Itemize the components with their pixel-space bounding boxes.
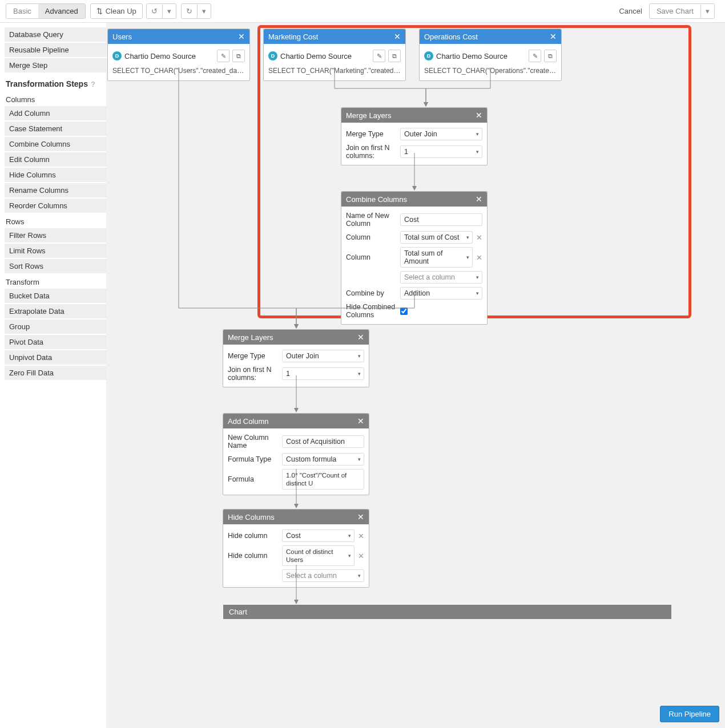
edit-icon[interactable]: ✎ [217,50,229,62]
close-icon[interactable]: ✕ [476,195,482,204]
sidebar-item-edit-column[interactable]: Edit Column [5,152,106,167]
merge-layers-node-2[interactable]: Merge Layers ✕ Merge Type Outer Join▾ Jo… [223,329,369,387]
node-title-label: Operations Cost [424,33,478,41]
sidebar-item-reorder-columns[interactable]: Reorder Columns [5,199,106,213]
sidebar-header-transform: Transformation Steps ? [5,74,106,92]
formula-input[interactable]: 1.0* "Cost"/"Count of distinct U [282,469,364,490]
source-node-marketing[interactable]: Marketing Cost ✕ D Chartio Demo Source ✎… [263,29,406,81]
column-select-1[interactable]: Total sum of Cost▾ [400,231,473,244]
redo-group: ↻ ▾ [181,3,211,19]
close-icon[interactable]: ✕ [238,32,245,41]
remove-icon[interactable]: ✕ [476,233,482,242]
chart-node[interactable]: Chart [223,605,671,619]
select-value: Total sum of Amount [404,249,442,265]
column-select-2[interactable]: Total sum of Amount▾ [400,247,473,268]
copy-icon[interactable]: ⧉ [544,50,557,62]
join-columns-select[interactable]: 1▾ [282,367,364,380]
sidebar-item-limit-rows[interactable]: Limit Rows [5,244,106,258]
select-value: Select a column [286,572,337,580]
combine-by-select[interactable]: Addition▾ [400,287,482,300]
input-value: 1.0* "Cost"/"Count of distinct U [286,472,347,487]
undo-button[interactable]: ↺ [147,4,163,18]
add-column-node[interactable]: Add Column ✕ New Column Name Cost of Acq… [223,413,369,495]
sidebar-item-add-column[interactable]: Add Column [5,106,106,120]
merge-layers-node-1[interactable]: Merge Layers ✕ Merge Type Outer Join▾ Jo… [341,107,488,165]
source-node-users[interactable]: Users ✕ D Chartio Demo Source ✎ ⧉ SELECT… [107,29,250,81]
sidebar-item-rename-columns[interactable]: Rename Columns [5,183,106,197]
join-columns-select[interactable]: 1▾ [400,145,482,158]
node-header[interactable]: Merge Layers ✕ [223,330,369,345]
hide-columns-node[interactable]: Hide Columns ✕ Hide column Cost▾ ✕ Hide … [223,509,369,588]
node-header[interactable]: Merge Layers ✕ [341,108,487,123]
copy-icon[interactable]: ⧉ [232,50,245,62]
copy-icon[interactable]: ⧉ [388,50,401,62]
sql-preview: SELECT TO_CHAR("Marketing"."created_date… [268,64,401,77]
sidebar-item-group[interactable]: Group [5,319,106,334]
column-select-3[interactable]: Select a column▾ [400,271,482,284]
close-icon[interactable]: ✕ [550,32,557,41]
field-label: Merge Type [228,352,282,360]
new-column-name-input[interactable]: Cost of Acquisition [282,435,364,448]
edit-icon[interactable]: ✎ [529,50,541,62]
node-header[interactable]: Hide Columns ✕ [223,509,369,524]
sidebar-item-zero-fill-data[interactable]: Zero Fill Data [5,366,106,380]
sidebar-header-label: Transformation Steps [6,79,88,88]
cancel-link[interactable]: Cancel [619,7,642,15]
sidebar: Database Query Reusable Pipeline Merge S… [0,23,106,728]
node-title-label: Users [112,33,132,41]
node-header[interactable]: Operations Cost ✕ [420,29,561,44]
remove-icon[interactable]: ✕ [358,552,364,560]
hide-combined-checkbox[interactable] [400,308,408,315]
node-header[interactable]: Add Column ✕ [223,414,369,428]
redo-button[interactable]: ↻ [182,4,198,18]
redo-dropdown[interactable]: ▾ [198,4,211,18]
merge-type-select[interactable]: Outer Join▾ [400,128,482,140]
sidebar-item-extrapolate-data[interactable]: Extrapolate Data [5,304,106,318]
advanced-tab[interactable]: Advanced [38,4,85,18]
hide-column-select-1[interactable]: Cost▾ [282,529,355,542]
formula-type-select[interactable]: Custom formula▾ [282,453,364,466]
sidebar-item-hide-columns[interactable]: Hide Columns [5,168,106,182]
save-dropdown[interactable]: ▾ [701,4,714,18]
sidebar-item-pivot-data[interactable]: Pivot Data [5,335,106,349]
hide-column-select-2[interactable]: Count of distinct Users▾ [282,545,355,566]
chevron-down-icon: ▾ [358,573,361,579]
close-icon[interactable]: ✕ [357,333,364,342]
run-pipeline-button[interactable]: Run Pipeline [660,706,719,722]
sidebar-item-reusable-pipeline[interactable]: Reusable Pipeline [5,43,106,57]
select-value: Select a column [404,273,455,281]
node-header[interactable]: Marketing Cost ✕ [264,29,405,44]
source-node-operations[interactable]: Operations Cost ✕ D Chartio Demo Source … [419,29,562,81]
sidebar-item-combine-columns[interactable]: Combine Columns [5,137,106,151]
chevron-down-icon: ▾ [358,456,361,462]
basic-tab[interactable]: Basic [6,4,38,18]
cleanup-button[interactable]: ⇅ Clean Up [90,3,143,19]
help-icon[interactable]: ? [91,80,95,88]
select-value: 1 [286,370,290,378]
node-header[interactable]: Users ✕ [108,29,249,44]
node-header[interactable]: Combine Columns ✕ [341,192,487,207]
undo-dropdown[interactable]: ▾ [163,4,176,18]
close-icon[interactable]: ✕ [357,512,364,521]
sidebar-item-sort-rows[interactable]: Sort Rows [5,259,106,273]
sidebar-item-filter-rows[interactable]: Filter Rows [5,228,106,242]
sidebar-item-bucket-data[interactable]: Bucket Data [5,289,106,303]
close-icon[interactable]: ✕ [476,111,482,120]
remove-icon[interactable]: ✕ [476,253,482,262]
sidebar-item-case-statement[interactable]: Case Statement [5,122,106,136]
new-column-name-input[interactable]: Cost [400,213,482,226]
close-icon[interactable]: ✕ [357,416,364,426]
remove-icon[interactable]: ✕ [358,532,364,540]
pipeline-canvas[interactable]: Users ✕ D Chartio Demo Source ✎ ⧉ SELECT… [106,23,725,728]
hide-column-select-3[interactable]: Select a column▾ [282,569,364,582]
sidebar-item-merge-step[interactable]: Merge Step [5,58,106,72]
combine-columns-node[interactable]: Combine Columns ✕ Name of New Column Cos… [341,191,488,325]
node-title-label: Add Column [228,417,269,426]
chart-label: Chart [229,608,247,616]
close-icon[interactable]: ✕ [394,32,401,41]
sidebar-item-database-query[interactable]: Database Query [5,27,106,42]
merge-type-select[interactable]: Outer Join▾ [282,350,364,362]
edit-icon[interactable]: ✎ [373,50,385,62]
save-button[interactable]: Save Chart [650,4,701,18]
sidebar-item-unpivot-data[interactable]: Unpivot Data [5,350,106,365]
